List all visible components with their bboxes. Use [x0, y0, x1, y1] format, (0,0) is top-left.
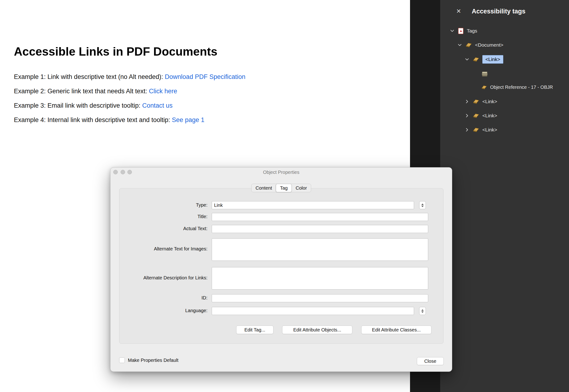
example-4-link[interactable]: See page 1 [172, 116, 204, 124]
example-3-text: Example 3: Email link with descriptive t… [14, 102, 142, 109]
edit-tag-button[interactable]: Edit Tag... [236, 326, 273, 334]
make-properties-default-checkbox[interactable] [119, 357, 125, 363]
actual-text-label: Actual Text: [113, 226, 208, 231]
tag-icon [473, 113, 479, 118]
language-input[interactable] [212, 307, 414, 315]
edit-attribute-classes-button[interactable]: Edit Attribute Classes... [361, 326, 431, 334]
tree-row-object-reference[interactable]: Object Reference - 17 - OBJR [481, 83, 553, 92]
tab-color[interactable]: Color [291, 184, 311, 192]
id-label: ID: [113, 295, 208, 301]
alt-desc-links-label: Alternate Description for Links: [113, 275, 208, 280]
example-1-link[interactable]: Download PDF Specification [165, 73, 245, 80]
tree-label-document[interactable]: <Document> [475, 42, 503, 48]
chevron-down-icon[interactable] [464, 57, 470, 62]
close-dialog-button[interactable]: Close [417, 357, 444, 365]
tag-icon [466, 42, 472, 48]
tag-icon [473, 127, 479, 133]
tree-row-link-3[interactable]: <Link> [464, 111, 497, 120]
example-2-text: Example 2: Generic link text that needs … [14, 88, 149, 95]
stepper-up-icon [421, 204, 424, 205]
title-label: Title: [113, 214, 208, 219]
acrobat-window: Accessible Links in PDF Documents Exampl… [0, 0, 569, 392]
example-line-2: Example 2: Generic link text that needs … [14, 88, 177, 95]
content-stack-icon [481, 71, 488, 78]
make-properties-default-label: Make Properties Default [128, 358, 179, 363]
alt-text-images-textarea[interactable] [212, 238, 428, 261]
close-panel-icon[interactable]: ✕ [456, 8, 461, 14]
edit-attribute-objects-button[interactable]: Edit Attribute Objects... [282, 326, 352, 334]
id-input[interactable] [212, 294, 428, 302]
chevron-down-icon[interactable] [450, 28, 455, 33]
chevron-right-icon[interactable] [464, 99, 470, 104]
language-stepper[interactable] [419, 307, 426, 315]
tree-row-link-content[interactable] [481, 71, 488, 79]
type-label: Type: [113, 202, 208, 208]
tree-label-link-3[interactable]: <Link> [482, 113, 497, 118]
tree-row-tags-root[interactable]: Tags [450, 26, 477, 36]
example-1-text: Example 1: Link with descriptive text (n… [14, 73, 165, 80]
dialog-tab-bar: Content Tag Color [251, 184, 311, 192]
tree-row-link-4[interactable]: <Link> [464, 125, 497, 135]
type-stepper[interactable] [419, 201, 426, 209]
tree-row-link-2[interactable]: <Link> [464, 97, 497, 106]
tag-icon [473, 99, 479, 104]
example-3-link[interactable]: Contact us [142, 102, 173, 109]
chevron-right-icon[interactable] [464, 113, 470, 118]
alt-text-images-label: Alternate Text for Images: [113, 246, 208, 252]
chevron-right-icon[interactable] [464, 127, 470, 132]
type-input[interactable] [212, 201, 414, 209]
example-line-4: Example 4: Internal link with descriptiv… [14, 116, 204, 124]
tree-label-link-4[interactable]: <Link> [482, 127, 497, 133]
tree-row-document[interactable]: <Document> [457, 40, 503, 50]
alt-desc-links-textarea[interactable] [212, 267, 428, 290]
language-label: Language: [113, 308, 208, 313]
object-properties-dialog: Object Properties Content Tag Color Type… [110, 167, 452, 372]
example-4-text: Example 4: Internal link with descriptiv… [14, 116, 172, 124]
actual-text-input[interactable] [212, 225, 428, 233]
dialog-title: Object Properties [111, 170, 452, 175]
tab-content[interactable]: Content [251, 184, 276, 192]
document-heading: Accessible Links in PDF Documents [14, 45, 217, 58]
title-input[interactable] [212, 213, 428, 221]
example-line-3: Example 3: Email link with descriptive t… [14, 102, 173, 109]
stepper-up-icon [421, 309, 424, 311]
stepper-down-icon [421, 311, 424, 313]
stepper-down-icon [421, 206, 424, 207]
example-line-1: Example 1: Link with descriptive text (n… [14, 73, 245, 81]
tag-icon [473, 56, 479, 62]
panel-title: Accessibility tags [472, 8, 526, 15]
example-2-link[interactable]: Click here [149, 88, 177, 95]
tree-row-link-selected[interactable]: <Link> [464, 54, 503, 65]
tree-label-object-reference[interactable]: Object Reference - 17 - OBJR [490, 84, 553, 90]
tag-properties-group [119, 188, 444, 344]
tree-label-link-2[interactable]: <Link> [482, 99, 497, 104]
tab-tag[interactable]: Tag [276, 184, 292, 192]
tree-label-tags[interactable]: Tags [467, 28, 477, 34]
accessibility-tags-panel: ✕ Accessibility tags Tags [440, 0, 569, 392]
tag-icon [481, 85, 487, 90]
chevron-down-icon[interactable] [457, 42, 462, 48]
tree-label-link-selected[interactable]: <Link> [482, 55, 503, 64]
pdf-file-icon [458, 28, 464, 34]
